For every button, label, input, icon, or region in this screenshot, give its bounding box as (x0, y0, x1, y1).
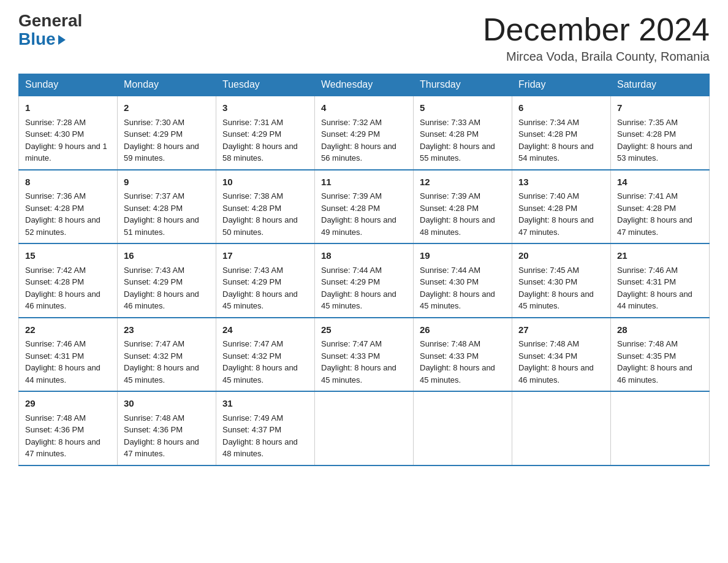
sunset-text: Sunset: 4:30 PM (420, 276, 506, 288)
calendar-cell: 3Sunrise: 7:31 AMSunset: 4:29 PMDaylight… (216, 96, 315, 170)
calendar-cell: 30Sunrise: 7:48 AMSunset: 4:36 PMDayligh… (118, 391, 216, 465)
sunrise-text: Sunrise: 7:32 AM (321, 117, 407, 129)
calendar-cell: 8Sunrise: 7:36 AMSunset: 4:28 PMDaylight… (19, 170, 118, 244)
sunrise-text: Sunrise: 7:46 AM (25, 338, 111, 350)
day-number: 1 (25, 101, 111, 115)
daylight-text: Daylight: 8 hours and 47 minutes. (124, 436, 210, 460)
sunrise-text: Sunrise: 7:37 AM (124, 190, 210, 202)
sunrise-text: Sunrise: 7:42 AM (25, 264, 111, 277)
sunset-text: Sunset: 4:28 PM (222, 202, 308, 215)
location-subtitle: Mircea Voda, Braila County, Romania (483, 50, 710, 64)
day-number: 18 (321, 249, 407, 263)
calendar-week-row: 22Sunrise: 7:46 AMSunset: 4:31 PMDayligh… (19, 318, 710, 392)
sunset-text: Sunset: 4:29 PM (124, 128, 210, 140)
calendar-cell (315, 391, 414, 465)
calendar-cell: 2Sunrise: 7:30 AMSunset: 4:29 PMDaylight… (118, 96, 216, 170)
sunrise-text: Sunrise: 7:48 AM (124, 412, 210, 424)
day-number: 23 (124, 323, 210, 337)
day-number: 12 (420, 175, 506, 190)
daylight-text: Daylight: 8 hours and 45 minutes. (222, 288, 308, 312)
sunrise-text: Sunrise: 7:47 AM (124, 338, 210, 350)
day-number: 8 (25, 175, 111, 190)
sunset-text: Sunset: 4:37 PM (222, 424, 308, 436)
calendar-cell: 26Sunrise: 7:48 AMSunset: 4:33 PMDayligh… (414, 318, 512, 392)
day-number: 28 (617, 323, 703, 337)
daylight-text: Daylight: 8 hours and 45 minutes. (420, 288, 506, 312)
day-number: 9 (124, 175, 210, 190)
calendar-cell: 1Sunrise: 7:28 AMSunset: 4:30 PMDaylight… (19, 96, 118, 170)
sunset-text: Sunset: 4:28 PM (518, 202, 604, 215)
daylight-text: Daylight: 8 hours and 50 minutes. (222, 214, 308, 238)
month-title: December 2024 (483, 12, 710, 47)
day-number: 25 (321, 323, 407, 337)
daylight-text: Daylight: 8 hours and 51 minutes. (124, 214, 210, 238)
sunset-text: Sunset: 4:28 PM (518, 128, 604, 140)
day-number: 24 (222, 323, 308, 337)
sunset-text: Sunset: 4:32 PM (222, 350, 308, 362)
day-number: 21 (617, 249, 703, 263)
day-number: 20 (518, 249, 604, 263)
sunset-text: Sunset: 4:30 PM (518, 276, 604, 288)
sunrise-text: Sunrise: 7:31 AM (222, 117, 308, 129)
sunrise-text: Sunrise: 7:30 AM (124, 117, 210, 129)
day-number: 22 (25, 323, 111, 337)
col-sunday: Sunday (19, 74, 118, 96)
sunset-text: Sunset: 4:31 PM (617, 276, 703, 288)
sunrise-text: Sunrise: 7:33 AM (420, 117, 506, 129)
daylight-text: Daylight: 8 hours and 53 minutes. (617, 140, 703, 164)
sunset-text: Sunset: 4:28 PM (321, 202, 407, 215)
sunset-text: Sunset: 4:28 PM (124, 202, 210, 215)
calendar-cell (611, 391, 710, 465)
sunset-text: Sunset: 4:35 PM (617, 350, 703, 362)
sunset-text: Sunset: 4:33 PM (321, 350, 407, 362)
day-number: 31 (222, 397, 308, 411)
sunrise-text: Sunrise: 7:48 AM (420, 338, 506, 350)
daylight-text: Daylight: 8 hours and 45 minutes. (420, 362, 506, 386)
sunset-text: Sunset: 4:28 PM (25, 276, 111, 288)
page-header: General Blue December 2024 Mircea Voda, … (18, 12, 710, 64)
day-number: 17 (222, 249, 308, 263)
sunrise-text: Sunrise: 7:44 AM (321, 264, 407, 277)
daylight-text: Daylight: 8 hours and 46 minutes. (25, 288, 111, 312)
daylight-text: Daylight: 8 hours and 47 minutes. (518, 214, 604, 238)
daylight-text: Daylight: 8 hours and 46 minutes. (617, 362, 703, 386)
col-friday: Friday (512, 74, 611, 96)
logo: General Blue (18, 12, 82, 49)
daylight-text: Daylight: 8 hours and 46 minutes. (124, 288, 210, 312)
logo-triangle-icon (58, 35, 66, 45)
calendar-cell: 20Sunrise: 7:45 AMSunset: 4:30 PMDayligh… (512, 243, 611, 318)
col-tuesday: Tuesday (216, 74, 315, 96)
sunrise-text: Sunrise: 7:48 AM (25, 412, 111, 424)
day-number: 5 (420, 101, 506, 115)
calendar-cell: 31Sunrise: 7:49 AMSunset: 4:37 PMDayligh… (216, 391, 315, 465)
calendar-cell: 11Sunrise: 7:39 AMSunset: 4:28 PMDayligh… (315, 170, 414, 244)
calendar-header: Sunday Monday Tuesday Wednesday Thursday… (19, 74, 710, 96)
calendar-cell: 27Sunrise: 7:48 AMSunset: 4:34 PMDayligh… (512, 318, 611, 392)
daylight-text: Daylight: 8 hours and 46 minutes. (518, 362, 604, 386)
calendar-week-row: 1Sunrise: 7:28 AMSunset: 4:30 PMDaylight… (19, 96, 710, 170)
calendar-cell (414, 391, 512, 465)
sunrise-text: Sunrise: 7:48 AM (518, 338, 604, 350)
daylight-text: Daylight: 8 hours and 44 minutes. (25, 362, 111, 386)
calendar-cell: 10Sunrise: 7:38 AMSunset: 4:28 PMDayligh… (216, 170, 315, 244)
sunrise-text: Sunrise: 7:43 AM (222, 264, 308, 277)
day-number: 15 (25, 249, 111, 263)
calendar-cell: 29Sunrise: 7:48 AMSunset: 4:36 PMDayligh… (19, 391, 118, 465)
day-number: 16 (124, 249, 210, 263)
sunrise-text: Sunrise: 7:47 AM (321, 338, 407, 350)
calendar-cell: 19Sunrise: 7:44 AMSunset: 4:30 PMDayligh… (414, 243, 512, 318)
daylight-text: Daylight: 8 hours and 45 minutes. (321, 288, 407, 312)
calendar-cell: 16Sunrise: 7:43 AMSunset: 4:29 PMDayligh… (118, 243, 216, 318)
sunrise-text: Sunrise: 7:46 AM (617, 264, 703, 277)
calendar-cell: 12Sunrise: 7:39 AMSunset: 4:28 PMDayligh… (414, 170, 512, 244)
sunset-text: Sunset: 4:28 PM (420, 202, 506, 215)
day-number: 19 (420, 249, 506, 263)
sunrise-text: Sunrise: 7:38 AM (222, 190, 308, 202)
sunrise-text: Sunrise: 7:40 AM (518, 190, 604, 202)
daylight-text: Daylight: 8 hours and 54 minutes. (518, 140, 604, 164)
sunset-text: Sunset: 4:33 PM (420, 350, 506, 362)
calendar-cell: 28Sunrise: 7:48 AMSunset: 4:35 PMDayligh… (611, 318, 710, 392)
sunrise-text: Sunrise: 7:28 AM (25, 117, 111, 129)
calendar-cell: 15Sunrise: 7:42 AMSunset: 4:28 PMDayligh… (19, 243, 118, 318)
sunset-text: Sunset: 4:36 PM (124, 424, 210, 436)
